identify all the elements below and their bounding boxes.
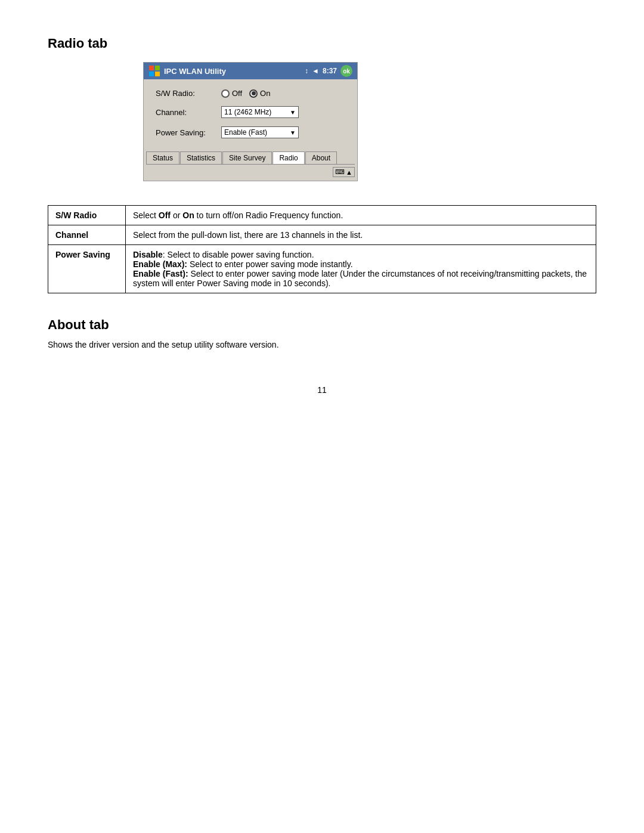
channel-label: Channel:	[156, 108, 215, 117]
expand-arrow: ▲	[346, 169, 352, 176]
sw-radio-label: S/W Radio:	[156, 89, 215, 98]
keyboard-icon[interactable]: ⌨ ▲	[333, 167, 355, 177]
tab-status[interactable]: Status	[146, 151, 179, 164]
sw-radio-desc: Select Off or On to turn off/on Radio Fr…	[126, 206, 596, 225]
svg-rect-2	[149, 72, 154, 76]
sw-radio-term: S/W Radio	[48, 206, 126, 225]
page-number: 11	[48, 385, 596, 395]
tab-radio[interactable]: Radio	[273, 151, 304, 164]
radio-tab-title: Radio tab	[48, 36, 596, 51]
channel-term: Channel	[48, 225, 126, 245]
device-content: S/W Radio: Off On Channel: 11 (2462 MHz)…	[144, 79, 357, 151]
volume-icon: ◄	[312, 67, 319, 75]
power-saving-value: Enable (Fast)	[224, 128, 267, 137]
power-saving-label: Power Saving:	[156, 128, 215, 137]
radio-off-label: Off	[232, 89, 242, 98]
tab-site-survey[interactable]: Site Survey	[222, 151, 272, 164]
radio-on-option[interactable]: On	[249, 89, 270, 98]
power-saving-dropdown-arrow[interactable]: ▼	[290, 129, 296, 136]
sync-icon: ↕	[305, 67, 308, 75]
description-table: S/W Radio Select Off or On to turn off/o…	[48, 205, 596, 293]
channel-select[interactable]: 11 (2462 MHz) ▼	[221, 106, 299, 118]
device-tabs: Status Statistics Site Survey Radio Abou…	[144, 151, 357, 181]
app-name: IPC WLAN Utility	[164, 67, 226, 76]
table-row-power-saving: Power Saving Disable: Select to disable …	[48, 245, 596, 293]
ok-button[interactable]: ok	[340, 65, 352, 77]
power-saving-desc: Disable: Select to disable power saving …	[126, 245, 596, 293]
tab-row: Status Statistics Site Survey Radio Abou…	[146, 151, 355, 165]
svg-rect-1	[155, 66, 160, 70]
channel-row: Channel: 11 (2462 MHz) ▼	[156, 106, 345, 118]
keyboard-symbol: ⌨	[335, 168, 345, 176]
tab-statistics[interactable]: Statistics	[180, 151, 222, 164]
about-description: Shows the driver version and the setup u…	[48, 340, 596, 349]
radio-on-label: On	[260, 89, 270, 98]
tab-about[interactable]: About	[305, 151, 337, 164]
channel-dropdown-arrow[interactable]: ▼	[290, 109, 296, 116]
tab-toolbar: ⌨ ▲	[146, 166, 355, 178]
titlebar-icons: ↕ ◄ 8:37 ok	[305, 65, 352, 77]
table-row-channel: Channel Select from the pull-down list, …	[48, 225, 596, 245]
device-ui-mockup: IPC WLAN Utility ↕ ◄ 8:37 ok S/W Radio: …	[143, 62, 358, 181]
windows-icon	[148, 65, 160, 77]
svg-rect-0	[149, 66, 154, 70]
svg-rect-3	[155, 72, 160, 76]
radio-off-option[interactable]: Off	[221, 89, 242, 98]
sw-radio-row: S/W Radio: Off On	[156, 89, 345, 98]
sw-radio-group[interactable]: Off On	[221, 89, 270, 98]
titlebar-left: IPC WLAN Utility	[148, 65, 226, 77]
device-titlebar: IPC WLAN Utility ↕ ◄ 8:37 ok	[144, 63, 357, 79]
about-tab-title: About tab	[48, 317, 596, 333]
channel-desc: Select from the pull-down list, there ar…	[126, 225, 596, 245]
time-display: 8:37	[323, 67, 337, 75]
table-row-sw-radio: S/W Radio Select Off or On to turn off/o…	[48, 206, 596, 225]
radio-on-circle[interactable]	[249, 89, 258, 98]
power-saving-term: Power Saving	[48, 245, 126, 293]
radio-off-circle[interactable]	[221, 89, 230, 98]
power-saving-select[interactable]: Enable (Fast) ▼	[221, 126, 299, 138]
channel-value: 11 (2462 MHz)	[224, 108, 271, 116]
power-saving-row: Power Saving: Enable (Fast) ▼	[156, 126, 345, 138]
